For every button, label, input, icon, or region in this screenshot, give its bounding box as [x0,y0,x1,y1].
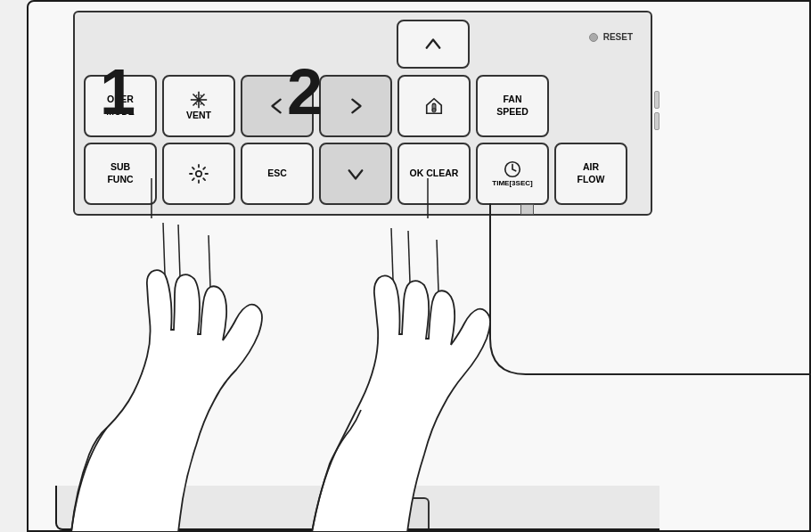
right-panel [659,0,811,532]
time-label: TIME[3SEC] [492,179,532,188]
buttons-area: OPERMODE [84,75,635,210]
svg-point-12 [196,171,201,176]
fan-speed-button[interactable]: FANSPEED [476,75,549,137]
air-flow-label: AIRFLOW [578,161,605,185]
svg-line-8 [201,103,202,105]
left-arrow-icon [267,96,287,116]
home-button[interactable] [397,75,471,137]
home-icon [424,96,444,116]
connector [520,204,534,215]
up-button[interactable] [397,20,470,69]
vent-icon [189,90,209,110]
settings-button[interactable] [162,143,235,205]
ok-clear-button[interactable]: OK CLEAR [397,143,471,205]
svg-point-4 [197,98,201,102]
step-number-1: 1 [100,55,135,128]
right-arrow-icon [346,96,365,116]
esc-button[interactable]: ESC [241,143,314,205]
sub-func-label: SUBFUNC [107,161,133,185]
time-button[interactable]: TIME[3SEC] [476,143,549,205]
svg-line-6 [201,95,202,97]
footer-notch [323,497,430,528]
button-row-2: SUBFUNC ESC [84,143,635,205]
fan-speed-label: FANSPEED [496,94,528,118]
sub-func-button[interactable]: SUBFUNC [84,143,157,205]
main-container: RESET OPERMODE [0,0,811,532]
esc-label: ESC [267,168,287,180]
step-number-2: 2 [287,55,323,128]
top-nav-row [84,20,635,69]
svg-line-7 [195,103,197,105]
ok-clear-label: OK CLEAR [410,168,459,180]
down-button[interactable] [319,143,392,205]
svg-line-5 [195,95,197,97]
control-panel: RESET OPERMODE [73,11,652,216]
device-shell: RESET OPERMODE [27,0,668,532]
air-flow-button[interactable]: AIRFLOW [554,143,627,205]
down-arrow-icon [346,164,365,184]
device-footer [55,486,697,530]
vent-button[interactable]: VENT [162,75,235,137]
right-button[interactable] [319,75,392,137]
gear-icon [188,163,209,184]
button-row-1: OPERMODE [84,75,635,137]
time-icon [503,160,522,179]
up-arrow-icon [423,35,443,54]
vent-label: VENT [186,110,211,122]
